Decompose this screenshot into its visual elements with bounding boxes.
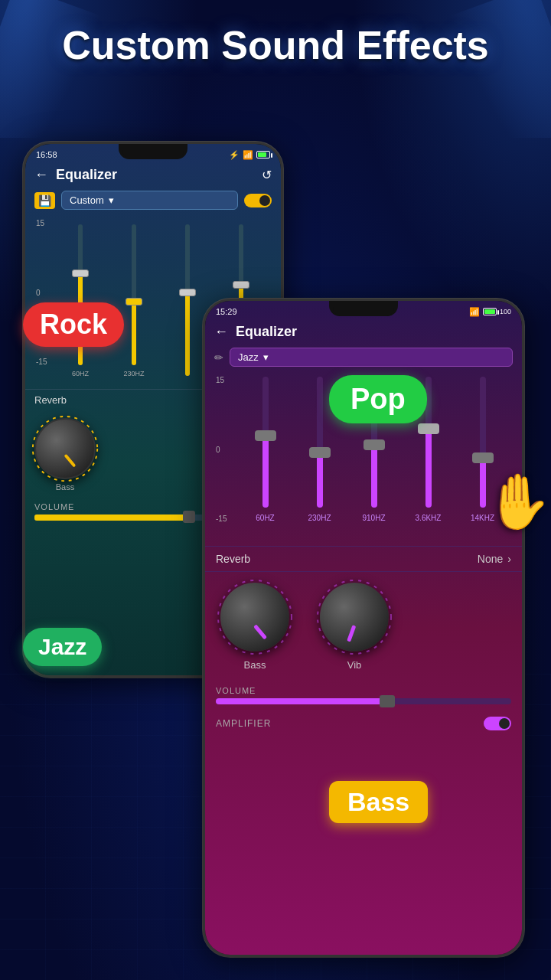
- reverb-label-right: Reverb: [216, 553, 250, 565]
- reverb-none-label: None: [478, 553, 503, 565]
- preset-row-right: ✏ Jazz ▾: [205, 345, 522, 370]
- chevron-down-icon-left: ▾: [109, 194, 114, 206]
- svg-point-2: [318, 580, 391, 654]
- knobs-area-right: Bass Vib: [205, 572, 522, 681]
- toggle-switch-left[interactable]: [244, 194, 272, 207]
- svg-point-1: [218, 580, 292, 654]
- knob-bass-label-right: Bass: [244, 659, 266, 671]
- phone-right-notch: [333, 301, 394, 316]
- eq-bar-60hz-left[interactable]: 60HZ: [68, 224, 93, 377]
- preset-label-left: Custom: [70, 194, 104, 206]
- reverb-label-left: Reverb: [34, 394, 67, 406]
- tag-bass: Bass: [329, 781, 428, 823]
- status-icons-right: 📶 100: [469, 307, 511, 317]
- app-header-right: ← Equalizer: [205, 319, 522, 345]
- light-right: [449, 0, 551, 138]
- app-title-left: Equalizer: [56, 167, 254, 183]
- bluetooth-icon: ⚡: [229, 150, 240, 160]
- volume-thumb-right: [380, 695, 395, 707]
- preset-dropdown-right[interactable]: Jazz ▾: [230, 348, 513, 367]
- eq-bar-230hz-left[interactable]: 230HZ: [122, 224, 146, 377]
- eq-bar-910hz-left[interactable]: [175, 224, 200, 377]
- back-button-left[interactable]: ←: [34, 167, 48, 183]
- chevron-down-icon-right: ▾: [263, 351, 269, 363]
- eq-bar-60hz-right[interactable]: 60HZ: [252, 377, 279, 522]
- chevron-right-icon: ›: [507, 553, 511, 565]
- hand-pointer: 🤚: [459, 475, 551, 551]
- volume-row-right: VOLUME: [205, 681, 522, 709]
- app-title-right: Equalizer: [236, 324, 513, 340]
- amplifier-row: AMPLIFIER: [205, 709, 522, 733]
- tag-jazz: Jazz: [23, 628, 102, 666]
- volume-track-right[interactable]: [216, 698, 511, 704]
- knob-vib-right[interactable]: Vib: [320, 583, 389, 671]
- amplifier-toggle[interactable]: [484, 717, 511, 730]
- tag-rock: Rock: [23, 302, 124, 347]
- time-left: 16:58: [36, 150, 57, 159]
- amplifier-label: AMPLIFIER: [216, 718, 271, 729]
- save-icon-left[interactable]: 💾: [34, 192, 55, 209]
- light-left: [0, 0, 102, 138]
- stage-lights: [0, 0, 551, 138]
- pen-icon-right: ✏: [214, 351, 223, 364]
- battery-icon-left: [256, 151, 270, 158]
- preset-dropdown-left[interactable]: Custom ▾: [61, 191, 238, 210]
- reverb-value-right: None ›: [478, 553, 511, 565]
- knob-vib-label-right: Vib: [347, 659, 362, 671]
- preset-row-left: 💾 Custom ▾: [25, 188, 281, 213]
- svg-point-0: [33, 416, 97, 481]
- volume-label-right: VOLUME: [216, 686, 511, 695]
- time-right: 15:29: [216, 307, 237, 316]
- preset-label-right: Jazz: [238, 351, 259, 363]
- knob-bass-left[interactable]: Bass: [34, 418, 96, 492]
- back-button-right[interactable]: ←: [214, 324, 228, 340]
- battery-icon-right: [483, 308, 497, 315]
- tag-pop: Pop: [329, 375, 427, 423]
- page-title: Custom Sound Effects: [0, 23, 551, 69]
- refresh-icon-left[interactable]: ↺: [262, 168, 272, 182]
- phone-left-notch: [122, 144, 184, 159]
- app-header-left: ← Equalizer ↺: [25, 162, 281, 188]
- signal-icon: 📶: [243, 150, 253, 160]
- wifi-icon-right: 📶: [469, 307, 480, 317]
- status-icons-left: ⚡ 📶: [229, 150, 270, 160]
- battery-pct-right: 100: [500, 308, 511, 315]
- knob-bass-right[interactable]: Bass: [220, 583, 289, 671]
